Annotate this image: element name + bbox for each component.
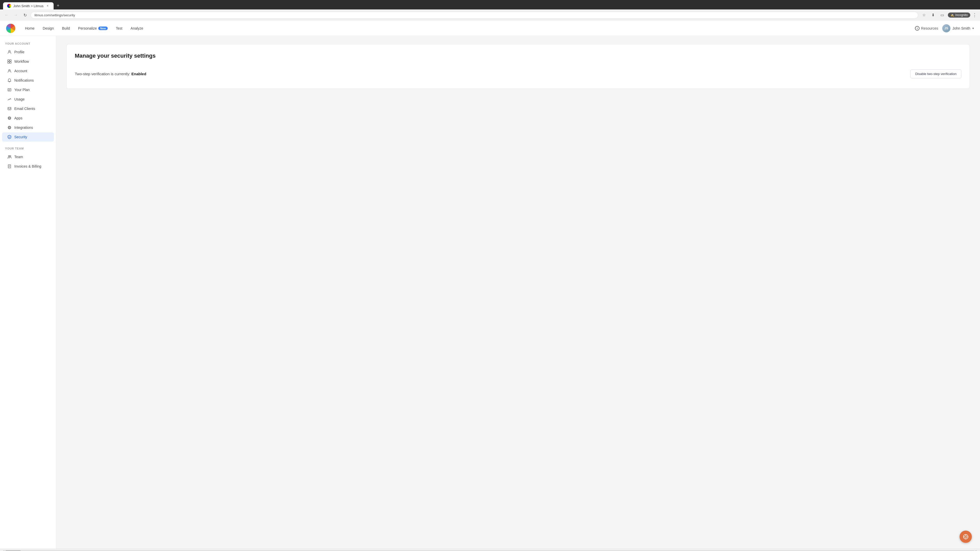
scrollbar-right-arrow[interactable]: ▸ xyxy=(975,549,978,551)
verification-status: Enabled xyxy=(131,72,146,76)
nav-link-design-label: Design xyxy=(43,26,54,30)
browser-menu-button[interactable]: ⋮ xyxy=(972,12,977,18)
browser-chrome: John Smith > Litmus × + xyxy=(0,0,980,10)
app-container: Home Design Build Personalize New Test A… xyxy=(0,21,980,549)
top-nav: Home Design Build Personalize New Test A… xyxy=(0,21,980,36)
sidebar-invoices-billing-label: Invoices & Billing xyxy=(14,164,41,168)
svg-rect-6 xyxy=(8,89,11,91)
user-avatar-initials: JS xyxy=(945,27,948,30)
tab-title: John Smith > Litmus xyxy=(13,4,43,8)
sidebar-notifications-label: Notifications xyxy=(14,78,34,83)
reload-button[interactable]: ↻ xyxy=(21,11,29,19)
svg-rect-4 xyxy=(10,62,11,63)
sidebar-workflow-label: Workflow xyxy=(14,59,29,64)
email-clients-icon xyxy=(7,106,12,111)
new-tab-button[interactable]: + xyxy=(55,2,62,10)
svg-point-10 xyxy=(8,126,11,129)
sidebar-apps-label: Apps xyxy=(14,116,22,120)
notifications-icon xyxy=(7,78,12,83)
sidebar-item-account[interactable]: Account xyxy=(2,66,54,76)
user-name: John Smith xyxy=(953,26,970,30)
back-button[interactable]: ← xyxy=(3,11,10,19)
nav-link-build[interactable]: Build xyxy=(59,24,73,32)
scrollbar-left-arrow[interactable]: ◂ xyxy=(2,549,5,551)
integrations-icon xyxy=(7,125,12,130)
sidebar-security-label: Security xyxy=(14,135,27,139)
sidebar-item-apps[interactable]: Apps xyxy=(2,114,54,123)
nav-link-home-label: Home xyxy=(25,26,35,30)
sidebar: YOUR ACCOUNT Profile Workflow Account xyxy=(0,36,56,549)
sidebar-item-your-plan[interactable]: Your Plan xyxy=(2,85,54,94)
tab-favicon xyxy=(7,4,11,8)
nav-link-design[interactable]: Design xyxy=(39,24,57,32)
verification-text: Two-step verification is currently: Enab… xyxy=(75,72,146,76)
nav-link-test[interactable]: Test xyxy=(112,24,126,32)
svg-point-11 xyxy=(9,126,10,129)
sidebar-item-workflow[interactable]: Workflow xyxy=(2,57,54,66)
resources-button[interactable]: i Resources xyxy=(915,26,938,30)
url-bar[interactable]: litmus.com/settings/security xyxy=(30,12,918,19)
download-button[interactable]: ⬇ xyxy=(929,11,937,19)
svg-rect-2 xyxy=(10,60,11,61)
svg-point-13 xyxy=(10,156,11,157)
workflow-icon xyxy=(7,59,12,64)
apps-icon xyxy=(7,116,12,121)
incognito-badge: 🕵 Incognito xyxy=(948,13,970,17)
scrollbar-track[interactable] xyxy=(5,550,975,551)
nav-link-personalize[interactable]: Personalize New xyxy=(75,24,111,32)
app-logo[interactable] xyxy=(6,24,15,33)
browser-nav-bar: ← → ↻ litmus.com/settings/security ☆ ⬇ ▭… xyxy=(0,10,980,21)
user-menu-chevron: ▾ xyxy=(972,27,974,30)
top-nav-links: Home Design Build Personalize New Test A… xyxy=(21,24,915,32)
security-settings-card: Manage your security settings Two-step v… xyxy=(66,44,970,89)
help-fab[interactable] xyxy=(959,530,972,543)
security-icon xyxy=(7,135,12,139)
svg-point-16 xyxy=(965,536,967,538)
svg-rect-1 xyxy=(8,60,9,61)
sidebar-item-notifications[interactable]: Notifications xyxy=(2,76,54,85)
disable-two-step-button[interactable]: Disable two-step verification xyxy=(910,69,961,78)
nav-link-analyze-label: Analyze xyxy=(130,26,143,30)
nav-link-test-label: Test xyxy=(116,26,123,30)
invoices-billing-icon xyxy=(7,164,12,168)
two-step-verification-row: Two-step verification is currently: Enab… xyxy=(75,67,961,80)
top-nav-right: i Resources JS John Smith ▾ xyxy=(915,24,974,32)
scrollbar-thumb[interactable] xyxy=(5,550,21,551)
usage-icon xyxy=(7,97,12,102)
horizontal-scrollbar[interactable]: ◂ ▸ xyxy=(0,549,980,551)
tab-close-button[interactable]: × xyxy=(45,4,49,8)
sidebar-item-usage[interactable]: Usage xyxy=(2,95,54,104)
sidebar-item-invoices-billing[interactable]: Invoices & Billing xyxy=(2,162,54,171)
sidebar-item-team[interactable]: Team xyxy=(2,152,54,162)
personalize-new-badge: New xyxy=(98,27,108,30)
incognito-icon: 🕵 xyxy=(950,13,954,17)
cast-button[interactable]: ▭ xyxy=(939,11,946,19)
svg-rect-7 xyxy=(8,107,11,110)
sidebar-item-security[interactable]: Security xyxy=(2,132,54,141)
sidebar-item-integrations[interactable]: Integrations xyxy=(2,123,54,132)
browser-tabs: John Smith > Litmus × + xyxy=(3,2,977,10)
user-avatar: JS xyxy=(942,24,950,32)
page-title: Manage your security settings xyxy=(75,52,961,59)
nav-link-build-label: Build xyxy=(62,26,70,30)
sidebar-email-clients-label: Email Clients xyxy=(14,106,35,111)
nav-link-analyze[interactable]: Analyze xyxy=(127,24,147,32)
sidebar-item-email-clients[interactable]: Email Clients xyxy=(2,104,54,113)
nav-actions: ☆ ⬇ ▭ 🕵 Incognito ⋮ xyxy=(920,11,977,19)
bookmark-button[interactable]: ☆ xyxy=(920,11,928,19)
user-menu[interactable]: JS John Smith ▾ xyxy=(942,24,974,32)
profile-icon xyxy=(7,50,12,54)
sidebar-your-plan-label: Your Plan xyxy=(14,88,30,92)
browser-tab-active[interactable]: John Smith > Litmus × xyxy=(3,2,54,10)
sidebar-item-profile[interactable]: Profile xyxy=(2,48,54,57)
your-plan-icon xyxy=(7,87,12,92)
sidebar-team-label: Team xyxy=(14,155,23,159)
page-layout: YOUR ACCOUNT Profile Workflow Account xyxy=(0,36,980,549)
verification-prefix: Two-step verification is currently: xyxy=(75,72,131,76)
nav-link-home[interactable]: Home xyxy=(21,24,38,32)
team-icon xyxy=(7,155,12,159)
svg-rect-3 xyxy=(8,62,9,63)
main-content: Manage your security settings Two-step v… xyxy=(56,36,980,549)
sidebar-account-label: Account xyxy=(14,69,27,73)
forward-button[interactable]: → xyxy=(12,11,19,19)
